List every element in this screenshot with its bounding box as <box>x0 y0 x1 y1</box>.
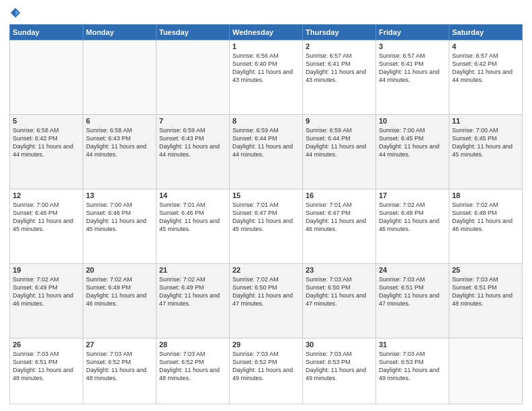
week-row-2: 5Sunrise: 6:58 AM Sunset: 6:42 PM Daylig… <box>10 115 523 189</box>
day-info: Sunrise: 7:03 AM Sunset: 6:51 PM Dayligh… <box>13 350 80 383</box>
day-header-friday: Friday <box>376 25 449 40</box>
header-row: SundayMondayTuesdayWednesdayThursdayFrid… <box>10 25 523 40</box>
calendar-cell <box>83 40 157 115</box>
calendar-cell: 8Sunrise: 6:59 AM Sunset: 6:44 PM Daylig… <box>230 115 303 189</box>
calendar-cell: 12Sunrise: 7:00 AM Sunset: 6:46 PM Dayli… <box>10 189 83 264</box>
day-number: 13 <box>86 191 153 199</box>
day-number: 15 <box>232 191 300 199</box>
day-info: Sunrise: 7:03 AM Sunset: 6:50 PM Dayligh… <box>306 275 373 308</box>
day-number: 20 <box>86 266 153 274</box>
day-info: Sunrise: 7:00 AM Sunset: 6:45 PM Dayligh… <box>379 126 446 159</box>
calendar-table: SundayMondayTuesdayWednesdayThursdayFrid… <box>9 24 523 404</box>
day-info: Sunrise: 6:59 AM Sunset: 6:44 PM Dayligh… <box>232 126 300 159</box>
day-number: 29 <box>232 340 300 349</box>
calendar-cell: 10Sunrise: 7:00 AM Sunset: 6:45 PM Dayli… <box>376 115 449 189</box>
day-header-monday: Monday <box>83 25 157 40</box>
day-number: 7 <box>159 117 226 125</box>
day-info: Sunrise: 7:03 AM Sunset: 6:52 PM Dayligh… <box>159 350 226 383</box>
day-number: 3 <box>379 42 446 50</box>
calendar-cell: 6Sunrise: 6:58 AM Sunset: 6:43 PM Daylig… <box>83 115 157 189</box>
day-number: 18 <box>452 191 519 199</box>
day-number: 24 <box>379 266 446 274</box>
day-info: Sunrise: 7:01 AM Sunset: 6:46 PM Dayligh… <box>159 201 226 234</box>
week-row-1: 1Sunrise: 6:56 AM Sunset: 6:40 PM Daylig… <box>10 40 523 115</box>
calendar-cell: 4Sunrise: 6:57 AM Sunset: 6:42 PM Daylig… <box>449 40 523 115</box>
calendar-cell: 23Sunrise: 7:03 AM Sunset: 6:50 PM Dayli… <box>303 264 376 338</box>
day-info: Sunrise: 6:56 AM Sunset: 6:40 PM Dayligh… <box>232 52 300 85</box>
calendar-cell: 31Sunrise: 7:03 AM Sunset: 6:53 PM Dayli… <box>376 338 449 404</box>
calendar-cell: 16Sunrise: 7:01 AM Sunset: 6:47 PM Dayli… <box>303 189 376 264</box>
day-info: Sunrise: 6:58 AM Sunset: 6:42 PM Dayligh… <box>13 126 80 159</box>
calendar-cell: 13Sunrise: 7:00 AM Sunset: 6:46 PM Dayli… <box>83 189 157 264</box>
day-number: 26 <box>13 340 80 349</box>
day-number: 12 <box>13 191 80 199</box>
day-info: Sunrise: 7:01 AM Sunset: 6:47 PM Dayligh… <box>232 201 300 234</box>
day-info: Sunrise: 6:58 AM Sunset: 6:43 PM Dayligh… <box>86 126 153 159</box>
day-number: 16 <box>306 191 373 199</box>
day-info: Sunrise: 7:02 AM Sunset: 6:48 PM Dayligh… <box>379 201 446 234</box>
day-number: 5 <box>13 117 80 125</box>
calendar-cell: 1Sunrise: 6:56 AM Sunset: 6:40 PM Daylig… <box>230 40 303 115</box>
calendar-cell: 3Sunrise: 6:57 AM Sunset: 6:41 PM Daylig… <box>376 40 449 115</box>
day-info: Sunrise: 6:59 AM Sunset: 6:44 PM Dayligh… <box>306 126 373 159</box>
day-number: 14 <box>159 191 226 199</box>
day-header-sunday: Sunday <box>10 25 83 40</box>
day-info: Sunrise: 7:02 AM Sunset: 6:49 PM Dayligh… <box>86 275 153 308</box>
day-number: 11 <box>452 117 519 125</box>
day-info: Sunrise: 6:57 AM Sunset: 6:41 PM Dayligh… <box>379 52 446 85</box>
day-number: 27 <box>86 340 153 349</box>
calendar-cell: 28Sunrise: 7:03 AM Sunset: 6:52 PM Dayli… <box>157 338 230 404</box>
day-number: 22 <box>232 266 300 274</box>
day-number: 8 <box>232 117 300 125</box>
calendar-cell: 26Sunrise: 7:03 AM Sunset: 6:51 PM Dayli… <box>10 338 83 404</box>
calendar-cell: 14Sunrise: 7:01 AM Sunset: 6:46 PM Dayli… <box>157 189 230 264</box>
calendar-cell: 24Sunrise: 7:03 AM Sunset: 6:51 PM Dayli… <box>376 264 449 338</box>
day-number: 1 <box>232 42 300 50</box>
day-header-thursday: Thursday <box>303 25 376 40</box>
day-info: Sunrise: 7:00 AM Sunset: 6:46 PM Dayligh… <box>13 201 80 234</box>
calendar-cell: 5Sunrise: 6:58 AM Sunset: 6:42 PM Daylig… <box>10 115 83 189</box>
day-number: 23 <box>306 266 373 274</box>
day-number: 19 <box>13 266 80 274</box>
calendar-cell: 17Sunrise: 7:02 AM Sunset: 6:48 PM Dayli… <box>376 189 449 264</box>
day-number: 10 <box>379 117 446 125</box>
calendar-cell: 15Sunrise: 7:01 AM Sunset: 6:47 PM Dayli… <box>230 189 303 264</box>
calendar-cell: 2Sunrise: 6:57 AM Sunset: 6:41 PM Daylig… <box>303 40 376 115</box>
day-number: 31 <box>379 340 446 349</box>
logo <box>9 7 24 19</box>
day-number: 21 <box>159 266 226 274</box>
calendar-cell: 11Sunrise: 7:00 AM Sunset: 6:45 PM Dayli… <box>449 115 523 189</box>
day-info: Sunrise: 6:57 AM Sunset: 6:42 PM Dayligh… <box>452 52 519 85</box>
day-number: 25 <box>452 266 519 274</box>
day-number: 6 <box>86 117 153 125</box>
calendar-cell: 7Sunrise: 6:59 AM Sunset: 6:43 PM Daylig… <box>157 115 230 189</box>
day-info: Sunrise: 7:02 AM Sunset: 6:49 PM Dayligh… <box>159 275 226 308</box>
calendar-cell: 9Sunrise: 6:59 AM Sunset: 6:44 PM Daylig… <box>303 115 376 189</box>
calendar-cell: 21Sunrise: 7:02 AM Sunset: 6:49 PM Dayli… <box>157 264 230 338</box>
day-info: Sunrise: 7:00 AM Sunset: 6:45 PM Dayligh… <box>452 126 519 159</box>
day-info: Sunrise: 7:02 AM Sunset: 6:48 PM Dayligh… <box>452 201 519 234</box>
header <box>9 7 523 19</box>
day-number: 2 <box>306 42 373 50</box>
day-number: 9 <box>306 117 373 125</box>
day-info: Sunrise: 7:03 AM Sunset: 6:52 PM Dayligh… <box>232 350 300 383</box>
day-info: Sunrise: 6:59 AM Sunset: 6:43 PM Dayligh… <box>159 126 226 159</box>
week-row-4: 19Sunrise: 7:02 AM Sunset: 6:49 PM Dayli… <box>10 264 523 338</box>
day-number: 28 <box>159 340 226 349</box>
day-info: Sunrise: 7:02 AM Sunset: 6:49 PM Dayligh… <box>13 275 80 308</box>
calendar-cell: 19Sunrise: 7:02 AM Sunset: 6:49 PM Dayli… <box>10 264 83 338</box>
calendar-cell <box>157 40 230 115</box>
day-header-tuesday: Tuesday <box>157 25 230 40</box>
day-number: 30 <box>306 340 373 349</box>
calendar-cell: 30Sunrise: 7:03 AM Sunset: 6:53 PM Dayli… <box>303 338 376 404</box>
day-info: Sunrise: 7:00 AM Sunset: 6:46 PM Dayligh… <box>86 201 153 234</box>
calendar-cell: 27Sunrise: 7:03 AM Sunset: 6:52 PM Dayli… <box>83 338 157 404</box>
day-info: Sunrise: 7:03 AM Sunset: 6:51 PM Dayligh… <box>379 275 446 308</box>
calendar-cell: 25Sunrise: 7:03 AM Sunset: 6:51 PM Dayli… <box>449 264 523 338</box>
week-row-3: 12Sunrise: 7:00 AM Sunset: 6:46 PM Dayli… <box>10 189 523 264</box>
week-row-5: 26Sunrise: 7:03 AM Sunset: 6:51 PM Dayli… <box>10 338 523 404</box>
day-info: Sunrise: 7:01 AM Sunset: 6:47 PM Dayligh… <box>306 201 373 234</box>
day-header-wednesday: Wednesday <box>230 25 303 40</box>
calendar-cell <box>10 40 83 115</box>
day-number: 17 <box>379 191 446 199</box>
